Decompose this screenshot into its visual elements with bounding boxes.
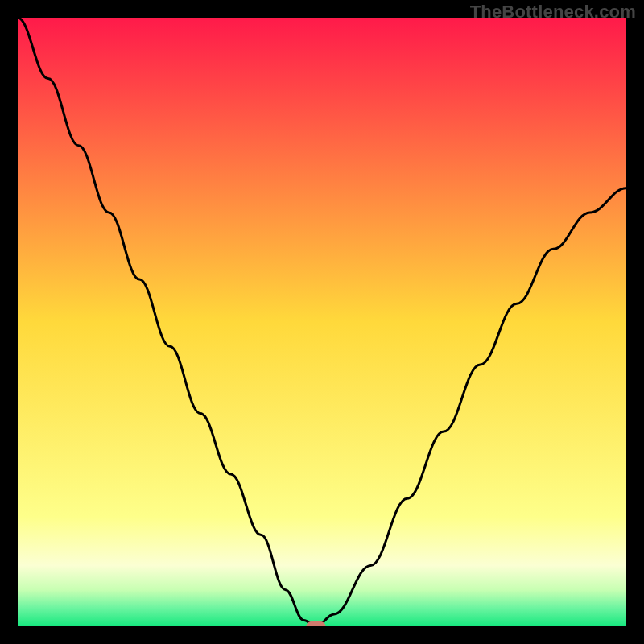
watermark-text: TheBottleneck.com [470,2,636,23]
chart-plot-area [18,18,626,626]
chart-background [18,18,626,626]
minimum-marker [306,621,325,626]
chart-frame: TheBottleneck.com [0,0,644,644]
chart-svg [18,18,626,626]
